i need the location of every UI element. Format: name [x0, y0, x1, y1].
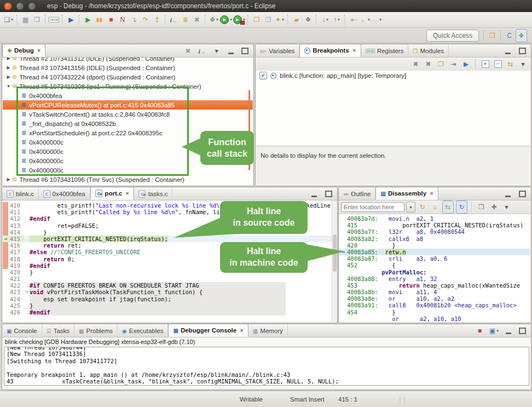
view-menu-icon[interactable]: ▾	[501, 201, 512, 213]
resume-icon[interactable]: ▶	[83, 14, 93, 26]
minimize-icon[interactable]	[502, 45, 513, 57]
breakpoint-checkbox[interactable]: ✓	[259, 72, 267, 79]
maximize-icon[interactable]	[517, 325, 528, 337]
location-dropdown-button[interactable]: ▼	[406, 202, 415, 213]
open-new-view-icon[interactable]: ❐	[476, 201, 487, 213]
editor-scrollbar[interactable]	[332, 200, 337, 322]
view-tab-outline[interactable]: ≔Outline	[339, 188, 375, 200]
debug-extras-icon[interactable]: ❖	[303, 14, 313, 26]
remove-selected-breakpoints-icon[interactable]: ✖	[410, 58, 421, 70]
window-close-button[interactable]	[4, 2, 12, 10]
console-tab-debugger-console[interactable]: ▣Debugger Console✕	[168, 324, 248, 337]
console-output[interactable]: [New Thread 1073468744][New Thread 10734…	[4, 347, 529, 386]
tab-close-icon[interactable]: ✕	[125, 191, 129, 196]
tab-close-icon[interactable]: ✕	[430, 191, 433, 196]
save-all-icon[interactable]: ❐	[32, 14, 42, 26]
stack-frame-row[interactable]: ≣0x4000000c	[3, 165, 253, 175]
use-step-filters-icon[interactable]: ✖	[192, 14, 202, 26]
breakpoint-row[interactable]: ✓blink.c [function: app_main] [type: Tem…	[256, 71, 530, 81]
stack-frame-row[interactable]: ≣vPortCPUReleaseMutex() at port.c:415 0x…	[3, 100, 253, 110]
cpp-perspective-icon[interactable]: C	[504, 30, 514, 42]
tab-close-icon[interactable]: ✕	[240, 328, 244, 333]
terminate-icon[interactable]: ■	[106, 14, 116, 26]
window-minimize-button[interactable]	[16, 2, 24, 10]
view-menu-icon[interactable]: ▾	[211, 45, 222, 57]
editor-scrollbar-thumb[interactable]	[333, 234, 337, 272]
search-icon[interactable]: ✦▾	[274, 14, 285, 26]
source-editor[interactable]: 410 ets_printf("Last non-recursive lock …	[3, 200, 337, 322]
stack-frame-row[interactable]: ≣xPortStartScheduler() at port.c:222 0x4…	[3, 128, 253, 137]
stack-frame-row[interactable]: ≣0x4000bfea	[3, 91, 253, 100]
save-icon[interactable]: ▦	[20, 14, 31, 26]
maximize-icon[interactable]	[517, 45, 528, 57]
sync-with-active-context-icon[interactable]: ⇆	[442, 200, 454, 214]
tree-expand-arrow[interactable]: ▼	[5, 84, 11, 89]
skip-all-breakpoints-icon[interactable]: ▶	[66, 14, 76, 26]
stack-frame-row[interactable]: ≣0x4000000c	[3, 137, 253, 147]
maximize-icon[interactable]	[323, 188, 334, 200]
tree-expand-arrow[interactable]: ▶	[5, 58, 11, 61]
thread-row[interactable]: ▶⊚Thread #3 1073413156 (IDLE) (Suspended…	[3, 63, 253, 72]
track-expression-icon[interactable]: ↻	[456, 200, 467, 214]
next-annotation-icon[interactable]: ↓▾	[320, 14, 330, 26]
editor-tab-blink-c[interactable]: cblink.c	[2, 188, 39, 200]
step-return-icon[interactable]: ↥	[152, 14, 162, 26]
editor-tab-0x4000bfea[interactable]: c0x4000bfea	[39, 188, 90, 200]
go-to-pc-home-icon[interactable]: ⌂	[430, 201, 440, 213]
registers-view-icon[interactable]: 1010	[49, 14, 59, 26]
display-selected-console-icon[interactable]: ▣▾	[489, 325, 499, 337]
tree-expand-arrow[interactable]: ▶	[5, 74, 11, 79]
suspend-icon[interactable]: ▮▮	[94, 14, 105, 26]
thread-row[interactable]: ▶⊚Thread #6 1073431096 (Tmr Svc) (Suspen…	[3, 175, 253, 184]
tab-close-icon[interactable]: ✕	[352, 48, 356, 53]
minimize-icon[interactable]	[502, 188, 513, 200]
thread-row[interactable]: ▶⊚Thread #4 1073432224 (dport) (Suspende…	[3, 72, 253, 82]
thread-row[interactable]: ▼⊚Thread #5 1073410208 (ipc1 : Running) …	[3, 82, 253, 91]
new-wizard-icon[interactable]: ❏▾	[3, 14, 14, 26]
tab-close-icon[interactable]: ✕	[37, 48, 41, 53]
open-perspective-icon[interactable]: ❐	[487, 30, 498, 42]
resume-at-line-icon[interactable]: ≣	[180, 14, 190, 26]
minimize-icon[interactable]	[503, 325, 513, 337]
run-icon[interactable]: ▶▾	[220, 14, 232, 26]
debug-perspective-icon[interactable]: ❖	[516, 29, 527, 42]
maximize-icon[interactable]	[517, 188, 528, 200]
expand-all-icon[interactable]: +	[480, 58, 490, 70]
view-menu-icon[interactable]: ▾	[518, 58, 528, 70]
last-edit-location-icon[interactable]: ⇤	[348, 14, 358, 26]
view-tab-modules[interactable]: ❒Modules	[408, 45, 448, 57]
disassembly-listing[interactable]: 40083a7d: movi.n a2, 1415 portEXIT_CRITI…	[339, 214, 530, 322]
quick-access-button[interactable]: Quick Access	[426, 30, 479, 42]
view-tab-disassembly[interactable]: ▤Disassembly✕	[375, 187, 438, 200]
maximize-icon[interactable]	[240, 45, 250, 57]
skip-all-breakpoints-icon[interactable]: ▶	[461, 58, 471, 70]
console-tab-problems[interactable]: ▦Problems	[74, 325, 118, 337]
instruction-stepping-mode-icon[interactable]: i→	[197, 45, 207, 57]
tree-expand-arrow[interactable]: ▶	[5, 65, 11, 70]
stack-frame-row[interactable]: ≣vTaskSwitchContext() at tasks.c:2,846 0…	[3, 110, 253, 119]
go-to-file-for-breakpoint-icon[interactable]: ⇥	[448, 58, 459, 70]
mark-occurrences-icon[interactable]: ▰	[291, 14, 302, 26]
link-with-debug-view-icon[interactable]: ⇆	[505, 58, 516, 70]
stack-frame-row[interactable]: ≣0x4000000c	[3, 156, 253, 165]
view-tab-breakpoints[interactable]: Breakpoints✕	[299, 44, 361, 57]
open-element-icon[interactable]: ❒	[263, 14, 273, 26]
remove-all-breakpoints-icon[interactable]: ✖	[423, 58, 433, 70]
window-maximize-button[interactable]	[28, 2, 36, 10]
pin-view-icon[interactable]: ✚	[489, 201, 499, 213]
disassembly-location-input[interactable]	[341, 202, 404, 212]
show-supported-breakpoints-icon[interactable]: ❒	[436, 58, 446, 70]
step-into-icon[interactable]: ↴	[129, 14, 139, 26]
terminate-icon[interactable]: ■	[475, 325, 485, 337]
refresh-view-icon[interactable]: ↻	[417, 201, 427, 213]
console-tab-memory[interactable]: ▥Memory	[248, 325, 288, 337]
back-icon[interactable]: ←▾	[360, 14, 370, 26]
collapse-all-icon[interactable]: −	[493, 58, 503, 70]
stack-frame-row[interactable]: ≣_frxt_dispatch() at 0x4008532b	[3, 119, 253, 128]
console-tab-console[interactable]: ▣Console	[2, 325, 42, 337]
stack-frame-row[interactable]: ≣0x4000000c	[3, 147, 253, 156]
minimize-icon[interactable]	[309, 188, 319, 200]
forward-icon[interactable]: →▾	[371, 14, 381, 26]
instruction-stepping-icon[interactable]: i→	[169, 14, 179, 26]
console-tab-tasks[interactable]: ☑Tasks	[42, 325, 74, 337]
